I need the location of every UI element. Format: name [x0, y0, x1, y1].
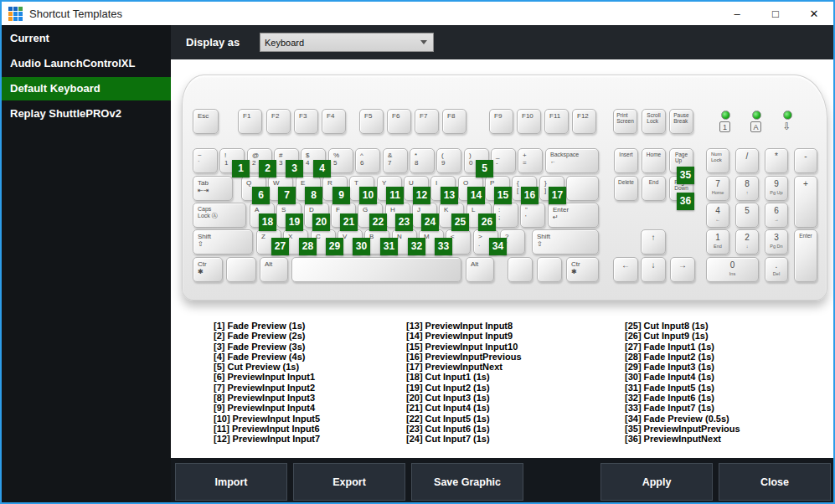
- key-3: 3Pg Dn: [765, 229, 788, 255]
- shortcut-entry: [10] PreviewInput Input5: [214, 414, 320, 424]
- shortcut-templates-window: Shortcut Templates – □ ✕ CurrentAudio La…: [0, 0, 835, 504]
- key-backspace: Backspace ←: [545, 148, 599, 173]
- shortcut-badge-9: 9: [332, 187, 350, 204]
- shortcut-entry: [13] PreviewInput Input8: [406, 321, 522, 331]
- sidebar-item-current[interactable]: Current: [2, 27, 171, 50]
- key-ctr: Ctr ✱: [193, 257, 223, 282]
- key-f2: F2: [266, 109, 291, 134]
- key-f4: F4: [322, 109, 346, 134]
- save-graphic-button[interactable]: Save Graphic: [411, 463, 523, 501]
- shortcut-badge-21: 21: [340, 213, 358, 231]
- shortcut-entry: [25] Cut Input8 (1s): [625, 321, 740, 331]
- app-logo-square: [18, 7, 23, 11]
- key-9: 9Pg Up: [765, 176, 788, 201]
- key-f5: F5: [359, 109, 384, 134]
- key-blank: [566, 176, 599, 201]
- app-logo-square: [18, 17, 23, 21]
- shortcut-badge-6: 6: [252, 187, 270, 204]
- shortcut-entry: [8] PreviewInput Input3: [214, 393, 320, 403]
- key-end: End: [642, 176, 666, 201]
- shortcut-badge-34: 34: [489, 238, 507, 255]
- key-blank: [508, 257, 533, 282]
- key-blank: -: [794, 148, 817, 173]
- shortcut-badge-22: 22: [369, 213, 387, 231]
- shortcut-badge-26: 26: [478, 213, 496, 231]
- shortcut-entry: [36] PreviewInputNext: [625, 434, 740, 444]
- key-4: 4←: [706, 203, 729, 228]
- key-home: Home: [642, 148, 666, 173]
- shortcut-entry: [17] PreviewInputNext: [406, 362, 522, 372]
- maximize-button[interactable]: □: [756, 2, 795, 25]
- key-blank: +: [794, 176, 817, 228]
- shortcut-entry: [33] Fade Input7 (1s): [625, 403, 740, 413]
- sidebar-item-audio-launchcontrolxl[interactable]: Audio LaunchControlXL: [2, 52, 171, 75]
- key-f10: F10: [517, 109, 541, 134]
- minimize-button[interactable]: –: [718, 2, 756, 25]
- app-logo-icon: [8, 7, 23, 21]
- shortcut-entry: [15] PreviewInput Input10: [406, 342, 522, 352]
- apply-button[interactable]: Apply: [600, 463, 713, 501]
- sidebar-item-default-keyboard[interactable]: Default Keyboard: [2, 77, 171, 100]
- shortcut-badge-17: 17: [549, 187, 566, 204]
- import-button[interactable]: Import: [175, 463, 287, 501]
- content-panel: EscF1F2F3F4F5F6F7F8F9F10F11F12Print Scre…: [171, 59, 833, 459]
- display-as-dropdown[interactable]: Keyboard: [260, 33, 434, 52]
- shortcut-badge-7: 7: [278, 187, 296, 204]
- shortcut-badge-12: 12: [413, 187, 430, 204]
- shortcut-entry: [34] Fade Preview (0.5s): [625, 414, 740, 424]
- export-button[interactable]: Export: [293, 463, 405, 501]
- shortcut-entry: [30] Fade Input4 (1s): [625, 372, 740, 382]
- shortcut-badge-35: 35: [677, 167, 694, 184]
- key-shift: Shift ⇧: [532, 229, 599, 255]
- shortcut-entry: [9] PreviewInput Input4: [214, 403, 320, 413]
- key-blank: % 5: [328, 148, 353, 173]
- key-f6: F6: [387, 109, 411, 134]
- shortcut-entry: [12] PreviewInput Input7: [214, 434, 320, 444]
- shortcut-entry: [19] Cut Input2 (1s): [406, 383, 522, 393]
- key-2: 2↓: [735, 229, 759, 255]
- key-8: 8↑: [735, 176, 759, 201]
- led-indicator-icon: [752, 111, 761, 120]
- key-1: 1End: [706, 229, 729, 255]
- shortcut-badge-1: 1: [232, 160, 250, 177]
- shortcut-badge-29: 29: [326, 238, 343, 255]
- shortcut-badge-25: 25: [451, 213, 469, 231]
- shortcut-entry: [23] Cut Input6 (1s): [406, 424, 522, 434]
- app-logo-square: [13, 12, 18, 16]
- shortcut-badge-10: 10: [359, 187, 377, 204]
- key-blank: + =: [518, 148, 543, 173]
- app-logo-square: [8, 17, 13, 21]
- key-f12: F12: [572, 109, 596, 134]
- key-blank: *: [765, 148, 788, 173]
- close-window-button[interactable]: ✕: [795, 2, 833, 25]
- key-esc: Esc: [193, 109, 219, 134]
- key-scroll: Scroll Lock: [642, 109, 666, 134]
- app-logo-square: [8, 7, 13, 11]
- key-alt: Alt: [260, 257, 288, 282]
- key-5: 5: [735, 203, 759, 228]
- footer-button-bar: ImportExportSave GraphicApplyClose: [171, 458, 833, 502]
- shortcut-entry: [32] Fade Input6 (1s): [625, 393, 740, 403]
- close-button[interactable]: Close: [719, 463, 831, 501]
- shortcut-entry: [5] Cut Preview (1s): [214, 362, 320, 372]
- app-logo-square: [8, 12, 13, 16]
- shortcut-badge-16: 16: [521, 187, 539, 204]
- shortcut-badge-8: 8: [305, 187, 322, 204]
- shortcut-badge-15: 15: [494, 187, 512, 204]
- sidebar-item-replay-shuttleprov2[interactable]: Replay ShuttlePROv2: [2, 102, 171, 126]
- shortcut-entry: [20] Cut Input3 (1s): [406, 393, 522, 403]
- display-as-bar: Display as Keyboard: [171, 25, 833, 59]
- shortcut-entry: [31] Fade Input5 (1s): [625, 383, 740, 393]
- key-enter: Enter: [794, 229, 817, 282]
- key-ctr: Ctr ✱: [566, 257, 599, 282]
- key-print: Print Screen: [613, 109, 637, 134]
- key-6: 6→: [765, 203, 788, 228]
- shortcut-badge-27: 27: [271, 238, 289, 255]
- key-7: 7Home: [706, 176, 729, 201]
- led-symbol-blank: ⇩: [781, 121, 792, 132]
- shortcut-badge-32: 32: [408, 238, 425, 255]
- key-blank: [537, 257, 562, 282]
- title-bar[interactable]: Shortcut Templates – □ ✕: [2, 2, 833, 25]
- shortcut-badge-13: 13: [441, 187, 458, 204]
- key-blank: & 7: [383, 148, 408, 173]
